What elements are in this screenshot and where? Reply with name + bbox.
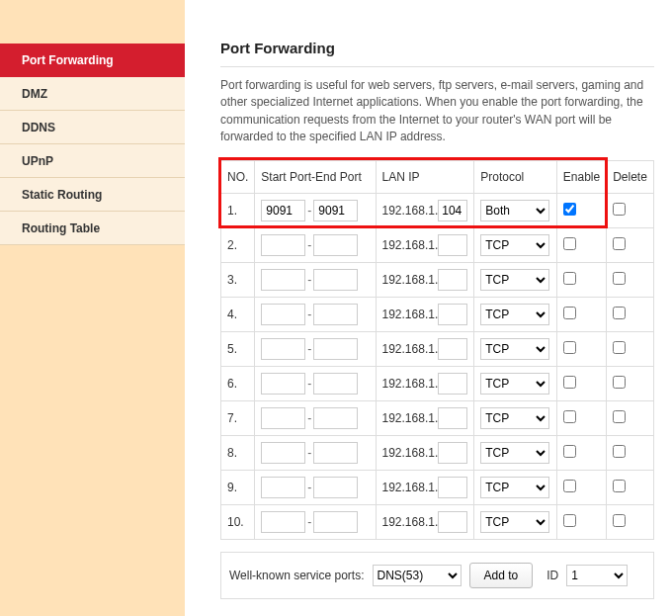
table-row: 5.-192.168.1.TCP	[221, 331, 654, 366]
end-port-input[interactable]	[313, 200, 358, 221]
lan-cell: 192.168.1.	[376, 504, 474, 539]
delete-checkbox[interactable]	[613, 203, 626, 216]
enable-cell	[556, 400, 606, 435]
lan-last-octet-input[interactable]	[438, 373, 467, 395]
nav-dmz[interactable]: DMZ	[0, 77, 185, 111]
enable-cell	[556, 504, 606, 539]
lan-last-octet-input[interactable]	[438, 234, 467, 256]
enable-checkbox[interactable]	[563, 237, 576, 250]
ports-cell: -	[255, 331, 376, 366]
ports-cell: -	[255, 470, 376, 504]
ports-cell: -	[255, 400, 376, 435]
protocol-cell: TCP	[474, 366, 557, 400]
protocol-cell: TCP	[474, 504, 557, 539]
nav-upnp[interactable]: UPnP	[0, 144, 185, 178]
start-port-input[interactable]	[261, 511, 305, 533]
delete-checkbox[interactable]	[613, 341, 626, 354]
lan-cell: 192.168.1.	[376, 262, 474, 297]
end-port-input[interactable]	[313, 373, 358, 395]
enable-checkbox[interactable]	[563, 307, 576, 319]
protocol-select[interactable]: TCP	[480, 304, 549, 325]
protocol-select[interactable]: TCP	[480, 373, 549, 395]
protocol-select[interactable]: TCP	[480, 511, 549, 533]
enable-checkbox[interactable]	[563, 410, 576, 423]
protocol-select[interactable]: TCP	[480, 234, 549, 256]
start-port-input[interactable]	[261, 200, 305, 221]
delete-checkbox[interactable]	[613, 410, 626, 423]
lan-last-octet-input[interactable]	[438, 269, 467, 291]
enable-checkbox[interactable]	[563, 272, 576, 285]
protocol-cell: TCP	[474, 297, 557, 331]
nav-port-forwarding[interactable]: Port Forwarding	[0, 44, 185, 77]
table-row: 10.-192.168.1.TCP	[221, 504, 654, 539]
enable-checkbox[interactable]	[563, 514, 576, 527]
lan-last-octet-input[interactable]	[438, 511, 467, 533]
nav-static-routing[interactable]: Static Routing	[0, 178, 185, 212]
delete-checkbox[interactable]	[613, 237, 626, 250]
delete-checkbox[interactable]	[613, 307, 626, 319]
enable-checkbox[interactable]	[563, 445, 576, 458]
row-number: 9.	[221, 470, 255, 504]
row-number: 5.	[221, 331, 255, 366]
lan-prefix: 192.168.1.	[382, 238, 439, 252]
lan-prefix: 192.168.1.	[382, 481, 439, 494]
nav-routing-table[interactable]: Routing Table	[0, 212, 185, 245]
start-port-input[interactable]	[261, 234, 305, 256]
lan-cell: 192.168.1.	[376, 400, 474, 435]
end-port-input[interactable]	[313, 511, 358, 533]
delete-checkbox[interactable]	[613, 514, 626, 527]
table-row: 9.-192.168.1.TCP	[221, 470, 654, 504]
enable-checkbox[interactable]	[563, 480, 576, 492]
lan-last-octet-input[interactable]	[438, 407, 467, 429]
end-port-input[interactable]	[313, 304, 358, 325]
wellknown-select[interactable]: DNS(53)	[373, 565, 462, 586]
delete-checkbox[interactable]	[613, 445, 626, 458]
header-ports: Start Port-End Port	[255, 160, 376, 193]
start-port-input[interactable]	[261, 269, 305, 291]
lan-last-octet-input[interactable]	[438, 442, 467, 464]
delete-checkbox[interactable]	[613, 272, 626, 285]
end-port-input[interactable]	[313, 234, 358, 256]
enable-checkbox[interactable]	[563, 341, 576, 354]
enable-checkbox[interactable]	[563, 203, 576, 216]
start-port-input[interactable]	[261, 407, 305, 429]
delete-checkbox[interactable]	[613, 480, 626, 492]
start-port-input[interactable]	[261, 442, 305, 464]
end-port-input[interactable]	[313, 442, 358, 464]
end-port-input[interactable]	[313, 338, 358, 360]
end-port-input[interactable]	[313, 407, 358, 429]
protocol-cell: TCP	[474, 262, 557, 297]
row-number: 3.	[221, 262, 255, 297]
protocol-select[interactable]: Both	[480, 200, 549, 221]
end-port-input[interactable]	[313, 269, 358, 291]
port-separator: -	[307, 342, 311, 356]
id-select[interactable]: 1	[566, 565, 628, 586]
lan-last-octet-input[interactable]	[438, 200, 467, 221]
nav-ddns[interactable]: DDNS	[0, 111, 185, 144]
port-separator: -	[307, 308, 311, 321]
lan-cell: 192.168.1.	[376, 227, 474, 262]
header-lan: LAN IP	[376, 160, 474, 193]
row-number: 7.	[221, 400, 255, 435]
protocol-select[interactable]: TCP	[480, 442, 549, 464]
enable-checkbox[interactable]	[563, 376, 576, 389]
start-port-input[interactable]	[261, 304, 305, 325]
protocol-select[interactable]: TCP	[480, 338, 549, 360]
lan-last-octet-input[interactable]	[438, 477, 467, 498]
delete-cell	[607, 297, 654, 331]
port-separator: -	[307, 446, 311, 460]
lan-last-octet-input[interactable]	[438, 304, 467, 325]
protocol-select[interactable]: TCP	[480, 477, 549, 498]
lan-cell: 192.168.1.	[376, 366, 474, 400]
lan-prefix: 192.168.1.	[382, 377, 439, 391]
protocol-select[interactable]: TCP	[480, 269, 549, 291]
ports-cell: -	[255, 262, 376, 297]
start-port-input[interactable]	[261, 373, 305, 395]
lan-last-octet-input[interactable]	[438, 338, 467, 360]
start-port-input[interactable]	[261, 477, 305, 498]
add-to-button[interactable]: Add to	[469, 563, 534, 588]
delete-checkbox[interactable]	[613, 376, 626, 389]
end-port-input[interactable]	[313, 477, 358, 498]
start-port-input[interactable]	[261, 338, 305, 360]
protocol-select[interactable]: TCP	[480, 407, 549, 429]
